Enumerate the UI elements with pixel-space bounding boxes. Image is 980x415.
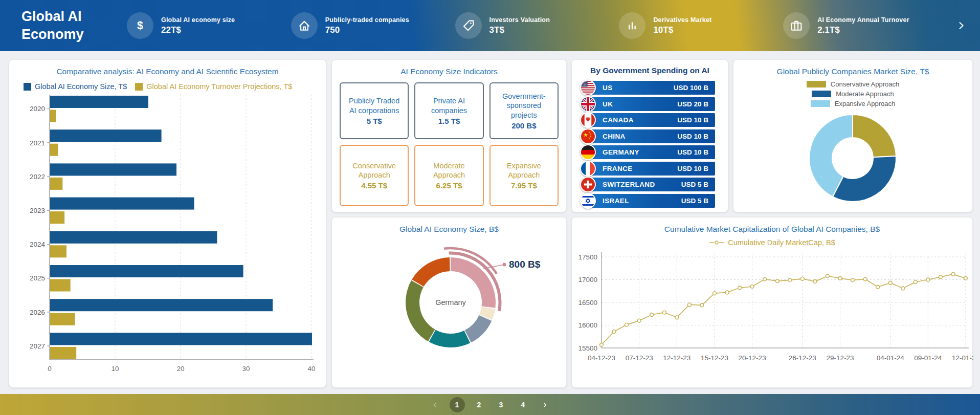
line-chart-title: Cumulative Market Capitalization of Glob…	[572, 225, 972, 234]
indicator-card-label: Conservative Approach	[345, 161, 404, 180]
legend-label: Expansive Approach	[835, 100, 896, 107]
spending-bar: CHINAUSD 10 B	[585, 129, 715, 143]
indicator-card-value: 1.5 T$	[438, 117, 460, 125]
spending-row: GERMANYUSD 10 B	[585, 145, 715, 159]
spending-title: By Government Spending on AI	[572, 66, 728, 75]
canada-flag-icon	[580, 112, 596, 128]
header-stat: $Global AI economy size22T$	[127, 12, 291, 39]
svg-text:09-01-24: 09-01-24	[914, 354, 942, 362]
legend-item: Expansive Approach	[733, 99, 972, 108]
pagination-page-4[interactable]: 4	[516, 397, 531, 412]
stat-text: Global AI economy size22T$	[161, 16, 235, 35]
spending-rows: USUSD 100 BUKUSD 20 BCANADAUSD 10 BCHINA…	[572, 81, 728, 208]
country-label: SWITZERLAND	[603, 181, 655, 188]
country-label: UK	[603, 100, 613, 108]
svg-text:2023: 2023	[30, 207, 45, 214]
svg-text:2027: 2027	[30, 342, 45, 350]
header: Global AI Economy $Global AI economy siz…	[0, 0, 980, 51]
spending-bar: UKUSD 20 B	[585, 97, 715, 111]
svg-text:2025: 2025	[30, 274, 45, 282]
country-label: CANADA	[603, 116, 634, 124]
spending-bar: ISRAELUSD 5 B	[585, 194, 715, 208]
svg-text:26-12-23: 26-12-23	[789, 354, 816, 362]
svg-text:07-12-23: 07-12-23	[626, 354, 653, 362]
country-label: FRANCE	[603, 165, 633, 172]
indicator-card-label: Private AI companies	[419, 96, 478, 115]
pagination-prev-button[interactable]: ‹	[428, 397, 443, 412]
dollar-icon: $	[127, 12, 153, 39]
legend-item: Moderate Approach	[733, 89, 972, 99]
header-stat: Investors Valuation3T$	[455, 12, 619, 39]
spending-row: SWITZERLANDUSD 5 B	[585, 178, 715, 191]
stat-label: Publicly-traded companies	[325, 16, 409, 24]
pagination-bar: ‹1234›	[0, 394, 980, 415]
spending-value: USD 10 B	[677, 133, 708, 140]
legend-swatch	[811, 100, 830, 107]
svg-text:40: 40	[307, 365, 315, 373]
market-donut-legend: Conservative ApproachModerate ApproachEx…	[733, 79, 972, 108]
svg-text:2022: 2022	[30, 173, 45, 181]
stat-value: 2.1T$	[817, 25, 909, 35]
svg-text:12-01-24: 12-01-24	[952, 354, 973, 362]
pagination-page-3[interactable]: 3	[494, 397, 509, 412]
spending-row: CANADAUSD 10 B	[585, 113, 715, 127]
line-chart-legend: Cumulative Daily MarketCap, B$	[572, 238, 972, 247]
country-label: CHINA	[603, 133, 626, 140]
legend-label: Conservative Approach	[831, 80, 899, 88]
svg-text:15-12-23: 15-12-23	[701, 354, 728, 362]
economy-donut-canvas[interactable]: 800 B$Germany	[332, 237, 567, 372]
country-label: US	[603, 84, 613, 92]
indicator-card-value: 7.95 T$	[511, 181, 537, 190]
svg-text:17000: 17000	[578, 276, 597, 283]
market-donut-title: Global Publicly Companies Market Size, T…	[733, 67, 972, 76]
panel-economy-indicators: AI Economy Size Indicators Publicly Trad…	[331, 59, 567, 212]
legend-label: Moderate Approach	[836, 90, 894, 98]
indicator-card: Government-sponsored projects200 B$	[489, 82, 559, 139]
indicator-card: Private AI companies1.5 T$	[414, 82, 483, 139]
home-icon	[291, 12, 318, 39]
market-donut-canvas[interactable]	[733, 108, 969, 210]
pagination-next-button[interactable]: ›	[538, 397, 553, 412]
switzerland-flag-icon	[580, 177, 596, 192]
spending-value: USD 5 B	[681, 181, 708, 188]
spending-row: CHINAUSD 10 B	[585, 129, 715, 143]
svg-text:15500: 15500	[578, 344, 597, 352]
donut-center-label: Germany	[435, 298, 466, 307]
panel-comparative-bar-chart: Comparative analysis: AI Economy and AI …	[9, 59, 326, 388]
indicator-card-value: 200 B$	[511, 121, 536, 130]
legend-item: Conservative Approach	[733, 79, 972, 89]
stat-value: 22T$	[161, 25, 235, 35]
legend-swatch	[24, 83, 31, 91]
us-flag-icon	[580, 80, 596, 96]
indicator-cards: Publicly Traded AI corporations5 T$Priva…	[340, 82, 559, 206]
donut-callout-value: 800 B$	[509, 259, 541, 270]
indicator-card: Publicly Traded AI corporations5 T$	[340, 82, 409, 139]
header-next-button[interactable]	[952, 17, 970, 34]
panel-market-size-donut: Global Publicly Companies Market Size, T…	[733, 59, 973, 212]
svg-text:2024: 2024	[30, 241, 46, 248]
china-flag-icon	[580, 128, 596, 144]
spending-bar: CANADAUSD 10 B	[585, 113, 715, 127]
header-stats: $Global AI economy size22T$Publicly-trad…	[127, 12, 947, 39]
indicator-card: Conservative Approach4.55 T$	[340, 145, 409, 206]
legend-item: Global AI Economy Size, T$	[24, 82, 127, 91]
indicator-card: Expansive Approach7.95 T$	[489, 145, 559, 206]
spending-value: USD 10 B	[677, 116, 708, 124]
pagination-page-2[interactable]: 2	[472, 397, 487, 412]
svg-text:$: $	[137, 19, 143, 32]
spending-row: ISRAELUSD 5 B	[585, 194, 715, 208]
stat-label: Derivatives Market	[653, 16, 711, 24]
bar-chart-canvas[interactable]: 0102030402020202120222023202420252026202…	[14, 95, 322, 377]
bar-chart-icon	[619, 12, 645, 39]
svg-text:16000: 16000	[578, 321, 597, 329]
stat-text: Publicly-traded companies750	[325, 16, 409, 35]
line-chart-canvas[interactable]: 155001600016500170001750004-12-2307-12-2…	[572, 249, 973, 367]
svg-text:2020: 2020	[30, 105, 45, 113]
stat-text: AI Economy Annual Turnover2.1T$	[817, 16, 909, 35]
pagination-page-1[interactable]: 1	[450, 397, 465, 412]
dashboard: Global AI Economy $Global AI economy siz…	[0, 0, 980, 415]
stat-text: Investors Valuation3T$	[489, 16, 550, 35]
svg-text:12-12-23: 12-12-23	[663, 354, 691, 362]
briefcase-icon	[783, 12, 810, 39]
svg-text:16500: 16500	[578, 299, 597, 307]
